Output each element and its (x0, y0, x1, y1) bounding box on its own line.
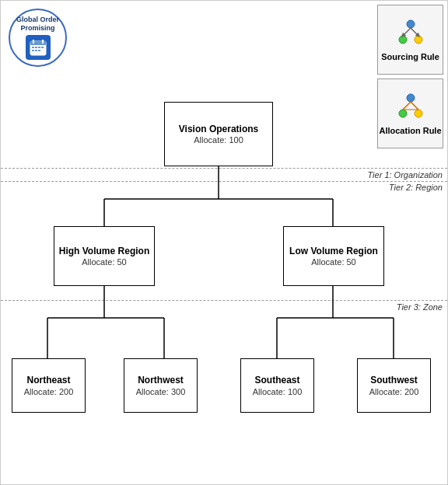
allocation-rule-icon (395, 92, 426, 123)
svg-line-15 (411, 28, 418, 36)
node-rr-alloc: Allocate: 200 (369, 387, 419, 396)
allocation-rule-legend: Allocation Rule (377, 79, 443, 148)
svg-rect-7 (41, 47, 44, 48)
sourcing-rule-icon (395, 18, 426, 49)
node-left-alloc: Allocate: 50 (82, 257, 126, 267)
tier2-line (1, 181, 447, 182)
svg-rect-6 (38, 47, 40, 48)
svg-line-14 (403, 28, 411, 36)
node-lr-name: Northwest (138, 375, 184, 387)
svg-rect-10 (38, 50, 40, 51)
tier1-line (1, 168, 447, 169)
node-rr-name: Southwest (370, 375, 418, 387)
tier3-label: Tier 3: Zone (397, 302, 443, 312)
tier1-label: Tier 1: Organization (367, 170, 443, 180)
svg-rect-5 (35, 47, 37, 48)
app-title: Global Order Promising (10, 16, 65, 33)
node-left: High Volume Region Allocate: 50 (54, 226, 155, 286)
tier3-line (1, 300, 447, 301)
app-logo: Global Order Promising (9, 9, 67, 67)
main-container: Global Order Promising (0, 0, 448, 485)
node-rl: Southeast Allocate: 100 (240, 358, 314, 413)
node-lr-alloc: Allocate: 300 (136, 387, 186, 396)
svg-point-13 (415, 36, 422, 44)
svg-point-17 (399, 110, 407, 117)
svg-marker-21 (403, 102, 418, 110)
node-root: Vision Operations Allocate: 100 (164, 102, 273, 166)
node-ll-name: Northeast (26, 375, 70, 387)
svg-point-12 (399, 36, 407, 44)
calendar-icon (26, 35, 51, 60)
node-left-name: High Volume Region (59, 246, 149, 258)
tier2-label: Tier 2: Region (389, 183, 443, 192)
node-right-alloc: Allocate: 50 (311, 257, 355, 267)
svg-rect-9 (35, 50, 37, 51)
svg-point-16 (407, 94, 415, 102)
node-root-alloc: Allocate: 100 (194, 135, 243, 145)
node-rr: Southwest Allocate: 200 (357, 358, 431, 413)
node-ll: Northeast Allocate: 200 (12, 358, 86, 413)
node-right-name: Low Volume Region (289, 246, 378, 258)
node-lr: Northwest Allocate: 300 (124, 358, 198, 413)
node-ll-alloc: Allocate: 200 (24, 387, 74, 396)
node-root-name: Vision Operations (179, 124, 258, 136)
sourcing-rule-label: Sourcing Rule (381, 52, 439, 61)
node-right: Low Volume Region Allocate: 50 (283, 226, 384, 286)
svg-point-11 (407, 20, 415, 28)
node-rl-alloc: Allocate: 100 (253, 387, 303, 396)
svg-rect-8 (32, 50, 34, 51)
svg-rect-4 (32, 47, 34, 48)
node-rl-name: Southeast (254, 375, 299, 387)
sourcing-rule-legend: Sourcing Rule (377, 5, 443, 75)
legend: Sourcing Rule Allocation Rule (377, 5, 443, 148)
svg-point-18 (415, 110, 422, 117)
allocation-rule-label: Allocation Rule (379, 126, 441, 135)
